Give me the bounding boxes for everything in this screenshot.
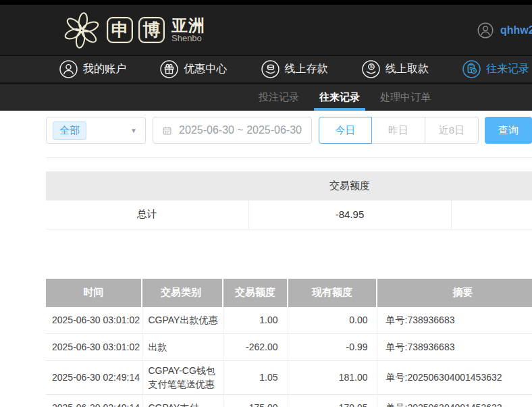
filter-row: 全部 ▼ 2025-06-30 ~ 2025-06-30 今日 昨日 近8日 查…	[46, 117, 532, 144]
quick-date-button-group: 今日 昨日 近8日	[319, 117, 479, 144]
cell-type: CGPAY支付	[142, 394, 223, 407]
col-header-type: 交易类别	[142, 279, 223, 307]
username-label[interactable]: qhhw2	[500, 24, 532, 36]
cell-time: 2025-06-30 02:49:14	[46, 394, 142, 407]
summary-total-count	[451, 200, 532, 229]
site-logo[interactable]: 申 博 亚洲 Shenbo	[62, 11, 205, 50]
search-button[interactable]: 查询	[485, 117, 532, 144]
user-icon	[59, 60, 78, 78]
records-sub-nav: 投注记录 往来记录 处理中订单	[0, 82, 532, 111]
table-row: 2025-06-30 02:49:14 CGPAY-CG钱包支付笔笔送优惠 1.…	[46, 361, 532, 395]
tab-betting-records[interactable]: 投注记录	[259, 84, 299, 111]
records-icon	[462, 60, 481, 78]
logo-char-box: 申	[107, 17, 133, 43]
logo-region-en: Shenbo	[171, 34, 205, 43]
summary-total-label: 总计	[46, 200, 248, 229]
filter-divider	[46, 157, 532, 158]
active-tab-underline	[314, 108, 365, 111]
nav-label: 优惠中心	[184, 62, 227, 76]
nav-label: 线上存款	[285, 62, 328, 76]
logo-region-text: 亚洲 Shenbo	[171, 17, 205, 43]
svg-text:$: $	[370, 63, 373, 70]
selected-type-tag[interactable]: 全部	[53, 121, 86, 140]
nav-item-deposit[interactable]: 线上存款	[261, 60, 328, 78]
caret-down-icon: ▼	[130, 127, 137, 134]
top-strip	[0, 0, 532, 5]
cell-type: CGPAY出款优惠	[142, 307, 223, 334]
summary-total-amount: -84.95	[248, 200, 451, 229]
cell-balance: -0.99	[288, 334, 377, 361]
col-header-time: 时间	[46, 279, 142, 307]
withdraw-icon: $	[362, 60, 380, 78]
table-row: 2025-06-30 03:01:02 CGPAY出款优惠 1.00 0.00 …	[46, 307, 532, 334]
cell-time: 2025-06-30 03:01:02	[46, 334, 142, 361]
main-nav: 我的账户 优惠中心 线上存款 $ 线上取款	[0, 55, 532, 82]
nav-item-my-account[interactable]: 我的账户	[59, 60, 126, 78]
user-account-area[interactable]: qhhw2	[477, 5, 532, 55]
cell-balance: 181.00	[288, 361, 377, 395]
summary-header-blank	[46, 171, 248, 200]
avatar-icon	[477, 22, 494, 38]
last-8-days-button[interactable]: 近8日	[425, 117, 479, 144]
nav-label: 往来记录	[486, 62, 529, 76]
transaction-type-select[interactable]: 全部 ▼	[46, 117, 146, 144]
cell-type: CGPAY-CG钱包支付笔笔送优惠	[142, 361, 223, 395]
table-row: 2025-06-30 03:01:02 出款 -262.00 -0.99 单号:…	[46, 334, 532, 361]
col-header-balance: 现有额度	[288, 279, 377, 307]
date-range-value: 2025-06-30 ~ 2025-06-30	[179, 124, 302, 136]
col-header-amount: 交易额度	[223, 279, 288, 307]
cell-type: 出款	[142, 334, 223, 361]
tab-label: 处理中订单	[380, 91, 431, 104]
cell-amount: 1.05	[223, 361, 288, 395]
nav-item-withdraw[interactable]: $ 线上取款	[362, 60, 429, 78]
records-header-row: 时间 交易类别 交易额度 现有额度 摘要	[46, 279, 532, 307]
summary-header-count: 交易笔数	[451, 171, 532, 200]
summary-total-row: 总计 -84.95	[46, 200, 532, 229]
tab-transaction-records[interactable]: 往来记录	[319, 84, 360, 111]
cell-amount: 175.00	[223, 394, 288, 407]
tab-processing-orders[interactable]: 处理中订单	[380, 84, 431, 111]
cell-amount: 1.00	[223, 307, 288, 334]
nav-label: 我的账户	[83, 62, 126, 76]
cell-memo: 单号:738936683	[377, 334, 532, 361]
cell-balance: 0.00	[288, 307, 377, 334]
nav-item-promotions[interactable]: 优惠中心	[160, 60, 227, 78]
cell-memo: 单号:202506304001453632	[377, 361, 532, 395]
table-row: 2025-06-30 02:49:14 CGPAY支付 175.00 179.9…	[46, 394, 532, 407]
summary-table: 交易额度 交易笔数 总计 -84.95	[46, 171, 532, 229]
col-header-memo: 摘要	[377, 279, 532, 307]
today-button[interactable]: 今日	[319, 117, 372, 144]
site-header: 申 博 亚洲 Shenbo qhhw2	[0, 5, 532, 55]
yesterday-button[interactable]: 昨日	[372, 117, 425, 144]
cell-memo: 单号:738936683	[377, 307, 532, 334]
cell-time: 2025-06-30 03:01:02	[46, 307, 142, 334]
summary-header-amount: 交易额度	[248, 171, 451, 200]
cell-memo: 单号:202506304001453632	[377, 394, 532, 407]
tab-label: 投注记录	[259, 91, 299, 104]
summary-header-row: 交易额度 交易笔数	[46, 171, 532, 200]
gift-icon	[160, 60, 178, 78]
tab-label: 往来记录	[319, 91, 360, 104]
nav-label: 线上取款	[385, 62, 429, 76]
date-range-input[interactable]: 2025-06-30 ~ 2025-06-30	[153, 117, 312, 144]
flower-logo-icon	[62, 11, 101, 50]
cell-balance: 179.95	[288, 394, 377, 407]
logo-char-box: 博	[138, 17, 165, 43]
cell-time: 2025-06-30 02:49:14	[46, 361, 142, 395]
nav-item-records[interactable]: 往来记录	[462, 60, 529, 78]
records-table: 时间 交易类别 交易额度 现有额度 摘要 2025-06-30 03:01:02…	[46, 279, 532, 407]
logo-region-cn: 亚洲	[171, 17, 205, 34]
calendar-icon	[163, 125, 171, 136]
cell-amount: -262.00	[223, 334, 288, 361]
deposit-icon	[261, 60, 280, 78]
